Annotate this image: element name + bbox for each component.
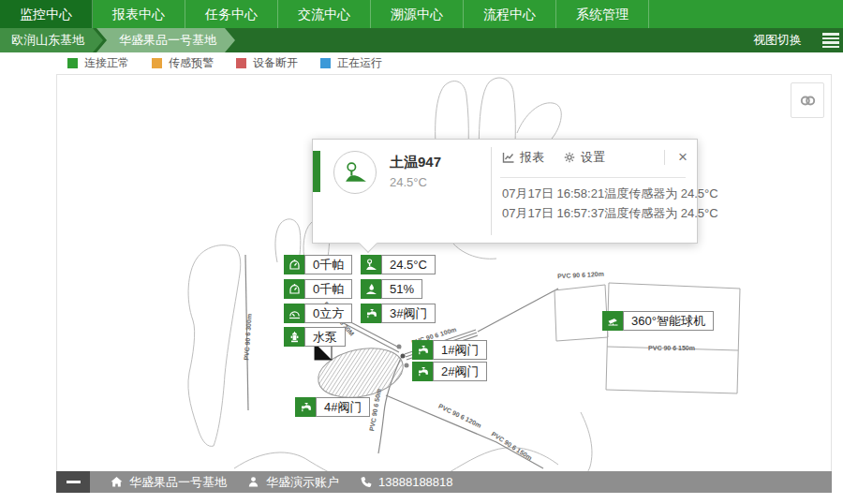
sensor-value: 24.5°C <box>390 175 427 189</box>
badge-label: 2#阀门 <box>433 362 487 381</box>
badge-label: 0千帕 <box>304 279 352 299</box>
badge-label: 24.5°C <box>381 255 436 274</box>
legend-item-disconnected: 设备断开 <box>236 55 298 71</box>
footer-phone: 13888188818 <box>360 475 453 489</box>
soil-temperature-icon <box>361 255 381 274</box>
legend-item-connected: 连接正常 <box>67 55 129 71</box>
badge-label: 1#阀门 <box>433 340 487 360</box>
sensor-badge-valve-1[interactable]: 1#阀门 <box>412 340 487 360</box>
legend-item-running: 正在运行 <box>320 55 382 71</box>
breadcrumb-right: 视图切换 <box>753 32 843 49</box>
popup-accent-bar <box>313 151 320 192</box>
gear-icon <box>563 151 576 164</box>
close-icon[interactable]: × <box>678 150 688 165</box>
sensor-badge-valve-4[interactable]: 4#阀门 <box>295 397 370 417</box>
sensor-log-list: 07月17日 16:58:21温度传感器为 24.5°C 07月17日 16:5… <box>502 184 718 223</box>
badge-label: 0千帕 <box>304 255 352 274</box>
report-button[interactable]: 报表 <box>502 149 544 166</box>
badge-label: 0立方 <box>304 304 352 323</box>
soil-humidity-icon <box>361 279 381 299</box>
top-nav: 监控中心 报表中心 任务中心 交流中心 溯源中心 流程中心 系统管理 <box>0 0 843 28</box>
soil-temperature-icon <box>333 151 377 194</box>
chart-icon <box>502 151 515 164</box>
sensor-badge-pressure-2[interactable]: 0千帕 <box>284 279 352 299</box>
sensor-badge-pump[interactable]: 水泵 <box>284 327 346 347</box>
breadcrumb-sub-base[interactable]: 华盛果品一号基地 <box>96 28 235 52</box>
tab-report-center[interactable]: 报表中心 <box>93 0 185 28</box>
tab-system-admin[interactable]: 系统管理 <box>556 0 649 28</box>
valve-icon <box>412 340 433 360</box>
menu-icon[interactable] <box>822 33 839 48</box>
popup-divider <box>491 147 492 235</box>
tab-exchange-center[interactable]: 交流中心 <box>278 0 371 28</box>
valve-icon <box>361 304 381 323</box>
pump-icon <box>284 327 304 347</box>
legend-item-sensor-warning: 传感预警 <box>152 55 214 71</box>
ptz-camera-icon <box>602 311 623 331</box>
tab-process-center[interactable]: 流程中心 <box>464 0 556 28</box>
home-icon <box>111 476 123 488</box>
breadcrumb-bar: 欧润山东基地 华盛果品一号基地 视图切换 <box>0 28 843 52</box>
collapse-footer-button[interactable] <box>56 471 90 493</box>
user-icon <box>247 476 259 488</box>
footer-account: 华盛演示账户 <box>247 474 339 491</box>
blue-square-icon <box>320 58 331 68</box>
pipe-label: PVC 90 6 150m <box>491 430 534 461</box>
pipe-label: PVC 90 6 150m <box>648 345 695 351</box>
valve-icon <box>412 362 433 381</box>
sensor-log-entry: 07月17日 16:58:21温度传感器为 24.5°C <box>502 184 718 203</box>
pressure-gauge-icon <box>284 279 304 299</box>
badge-label: 水泵 <box>304 327 346 347</box>
pipe-label: PVC 90 6 120m <box>437 403 482 429</box>
sensor-detail-popup: 土温947 24.5°C 报表 设置 × 07月17日 16:58:21温度传感… <box>312 139 698 244</box>
monitoring-dashboard: 监控中心 报表中心 任务中心 交流中心 溯源中心 流程中心 系统管理 欧润山东基… <box>0 0 843 504</box>
popup-rule <box>500 177 686 178</box>
tab-task-center[interactable]: 任务中心 <box>185 0 278 28</box>
badge-label: 51% <box>381 279 422 299</box>
settings-button[interactable]: 设置 <box>563 149 605 166</box>
pressure-gauge-icon <box>284 255 304 274</box>
sensor-log-entry: 07月17日 16:57:37温度传感器为 24.5°C <box>502 203 718 223</box>
badge-label: 4#阀门 <box>316 397 370 417</box>
status-legend: 连接正常 传感预警 设备断开 正在运行 <box>56 52 832 75</box>
orange-square-icon <box>152 58 162 68</box>
popup-actions: 报表 设置 × <box>502 149 688 166</box>
sensor-badge-ptz-camera[interactable]: 360°智能球机 <box>602 311 714 331</box>
sensor-badge-soil-humidity[interactable]: 51% <box>361 279 422 299</box>
pipe-label: PVC 90 6 300m <box>243 314 252 361</box>
sensor-badge-valve-2[interactable]: 2#阀门 <box>412 362 487 381</box>
valve-icon <box>295 397 316 417</box>
green-square-icon <box>67 58 78 68</box>
phone-icon <box>360 476 372 488</box>
footer-base: 华盛果品一号基地 <box>111 474 227 491</box>
view-switch-button[interactable]: 视图切换 <box>753 32 802 49</box>
tab-trace-center[interactable]: 溯源中心 <box>371 0 464 28</box>
sensor-badge-valve-3[interactable]: 3#阀门 <box>361 304 436 323</box>
red-square-icon <box>236 58 246 68</box>
sensor-name: 土温947 <box>390 154 441 171</box>
link-icon <box>799 94 817 108</box>
sensor-badge-pressure-1[interactable]: 0千帕 <box>284 255 352 274</box>
pipe-label: PVC 90 6 120m <box>557 271 604 280</box>
badge-label: 360°智能球机 <box>623 311 714 331</box>
minus-icon <box>67 481 81 483</box>
farm-map-drawing: PVC 90 6 300m PVC 90 6 30M PVC 90 6 100m… <box>56 75 832 471</box>
sensor-badge-flow-meter[interactable]: 0立方 <box>284 304 352 323</box>
status-footer: 华盛果品一号基地 华盛演示账户 13888188818 <box>56 471 832 493</box>
flow-meter-icon <box>284 304 304 323</box>
badge-label: 3#阀门 <box>381 304 436 323</box>
popup-mini-divider <box>664 150 665 165</box>
sensor-badge-soil-temp[interactable]: 24.5°C <box>361 255 436 274</box>
share-link-button[interactable] <box>791 82 824 118</box>
tab-monitor-center[interactable]: 监控中心 <box>0 0 93 28</box>
breadcrumb-base[interactable]: 欧润山东基地 <box>0 28 103 52</box>
